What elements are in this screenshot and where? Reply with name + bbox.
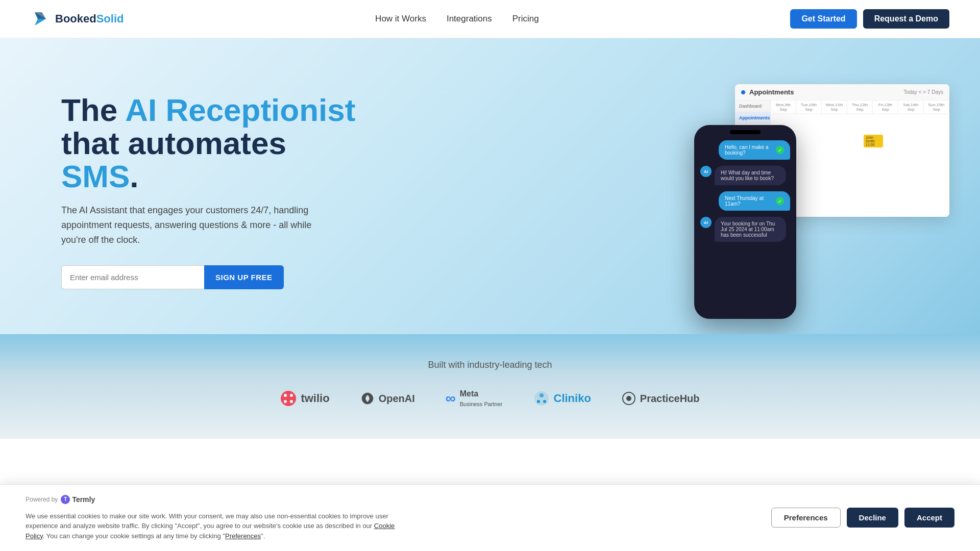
nav-links: How it Works Integrations Pricing: [375, 14, 539, 24]
svg-point-3: [284, 394, 287, 397]
request-demo-button[interactable]: Request a Demo: [863, 9, 949, 29]
meta-text: MetaBusiness Partner: [460, 389, 503, 408]
cliniko-text: Cliniko: [554, 392, 591, 405]
ai-avatar-1: AI: [700, 166, 712, 177]
cliniko-logo: Cliniko: [533, 390, 591, 407]
svg-point-8: [540, 393, 544, 397]
cal-day-6: Sat,14thSep: [898, 101, 924, 114]
nav-how-it-works[interactable]: How it Works: [375, 14, 426, 24]
hero-title-sms: SMS: [61, 159, 130, 194]
svg-marker-1: [35, 12, 46, 19]
logo-text-blue: Solid: [96, 12, 124, 25]
svg-point-2: [281, 391, 296, 406]
phone-notch: [730, 130, 761, 134]
hero-title-middle: that automates: [61, 126, 286, 161]
hero-title-ai: AI Receptionist: [125, 92, 355, 128]
chat-message-4: AI Your booking for on Thu Jul 25 2024 a…: [700, 217, 786, 242]
calendar-grid: Mon,9thSep Tue,10thSep Wed,11thSep Thu,1…: [771, 101, 949, 217]
openai-logo: OpenAI: [360, 391, 415, 406]
get-started-button[interactable]: Get Started: [790, 9, 856, 29]
logo-text-dark: Booked: [55, 12, 96, 25]
cal-day-2: Tue,10thSep: [796, 101, 822, 114]
calendar-header: Appointments Today < > 7 Days: [735, 84, 949, 101]
twilio-text: twilio: [301, 392, 329, 405]
nav-actions: Get Started Request a Demo: [790, 9, 949, 29]
svg-point-4: [290, 394, 293, 397]
nav-integrations[interactable]: Integrations: [447, 14, 492, 24]
cal-day-3: Wed,11thSep: [822, 101, 847, 114]
hero-title: The AI Receptionist that automates SMS.: [61, 93, 368, 193]
email-input[interactable]: [61, 265, 204, 289]
hero-left: The AI Receptionist that automates SMS. …: [61, 93, 368, 290]
chat-bubble-4: Your booking for on Thu Jul 25 2024 at 1…: [715, 217, 786, 242]
navbar: BookedSolid How it Works Integrations Pr…: [0, 0, 980, 38]
hero-right: Appointments Today < > 7 Days Dashboard …: [684, 84, 949, 298]
whatsapp-icon-2: ✓: [776, 197, 784, 205]
practicehub-text: PracticeHub: [640, 393, 700, 405]
cal-day-1: Mon,9thSep: [771, 101, 796, 114]
svg-point-6: [290, 400, 293, 403]
chat-bubble-2: Hi! What day and time would you like to …: [715, 166, 786, 185]
trusted-title: Built with industry-leading tech: [31, 360, 949, 370]
chat-message-3: Next Thursday at 11am? ✓: [719, 191, 790, 211]
ai-avatar-2: AI: [700, 217, 712, 228]
svg-point-12: [626, 396, 631, 401]
whatsapp-icon: ✓: [776, 146, 784, 154]
cal-day-7: Sun,15thSep: [924, 101, 949, 114]
hero-title-period: .: [130, 159, 138, 194]
hero-subtitle: The AI Assistant that engages your custo…: [61, 203, 327, 247]
logo[interactable]: BookedSolid: [31, 9, 124, 29]
cal-day-4: Thu,12thSep: [847, 101, 873, 114]
openai-text: OpenAI: [379, 393, 415, 405]
sidebar-item-appointments: Appointments: [735, 112, 770, 124]
hero-section: The AI Receptionist that automates SMS. …: [0, 38, 980, 334]
chat-message-2: AI Hi! What day and time would you like …: [700, 166, 786, 185]
logos-row: twilio OpenAI ∞ MetaBusiness Partner Cli…: [31, 389, 949, 408]
calendar-body: John Smith11:00: [771, 114, 949, 206]
calendar-event: John Smith11:00: [864, 135, 883, 147]
trusted-section: Built with industry-leading tech twilio …: [0, 334, 980, 439]
cal-day-5: Fri,13thSep: [873, 101, 898, 114]
meta-logo: ∞ MetaBusiness Partner: [446, 389, 503, 408]
svg-point-10: [543, 400, 546, 403]
practicehub-logo: PracticeHub: [622, 391, 700, 406]
email-form: SIGN UP FREE: [61, 265, 368, 289]
signup-button[interactable]: SIGN UP FREE: [204, 265, 284, 289]
chat-message-1: Hello, can I make a booking? ✓: [719, 140, 790, 160]
hero-title-prefix: The: [61, 92, 125, 128]
twilio-logo: twilio: [280, 390, 329, 407]
calendar-title: Appointments: [749, 88, 794, 96]
calendar-grid-header: Mon,9thSep Tue,10thSep Wed,11thSep Thu,1…: [771, 101, 949, 114]
svg-point-9: [537, 400, 540, 403]
phone-mockup: Hello, can I make a booking? ✓ AI Hi! Wh…: [694, 125, 796, 319]
nav-pricing[interactable]: Pricing: [512, 14, 539, 24]
svg-point-5: [284, 400, 287, 403]
sidebar-item-dashboard: Dashboard: [735, 101, 770, 112]
meta-icon: ∞: [446, 390, 456, 407]
